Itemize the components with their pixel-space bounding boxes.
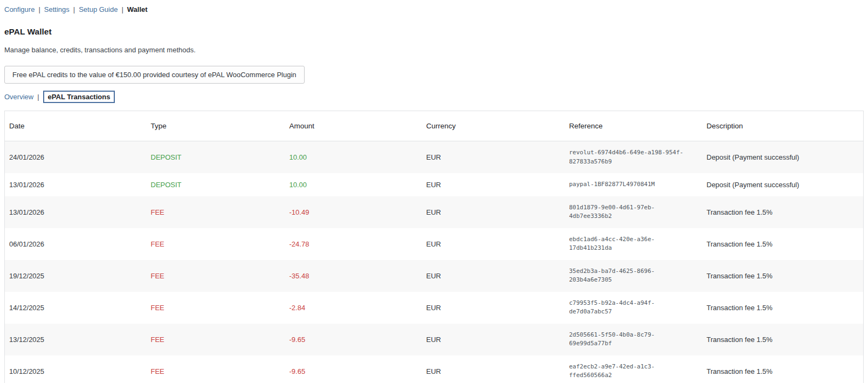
cell-currency: EUR [422,196,565,228]
cell-date: 06/01/2026 [5,228,147,260]
breadcrumb-separator: | [73,5,75,13]
cell-currency: EUR [422,173,565,196]
cell-date: 14/12/2025 [5,292,147,324]
cell-currency: EUR [422,260,565,292]
cell-reference: ebdc1ad6-a4cc-420e-a36e-17db41b231da [565,228,702,260]
cell-currency: EUR [422,141,565,174]
wallet-tabs: Overview | ePAL Transactions [4,91,864,103]
cell-description: Transaction fee 1.5% [702,260,864,292]
cell-date: 10/12/2025 [5,355,147,383]
cell-type: FEE [147,292,285,324]
cell-reference: 801d1879-9e00-4d61-97eb-4db7ee3336b2 [565,196,702,228]
cell-date: 13/01/2026 [5,196,147,228]
cell-description: Transaction fee 1.5% [702,355,864,383]
cell-amount: -35.48 [285,260,422,292]
cell-amount: -9.65 [285,355,422,383]
breadcrumb-link-setup-guide[interactable]: Setup Guide [79,5,118,13]
cell-amount: -2.84 [285,292,422,324]
table-row: 14/12/2025 FEE -2.84 EUR c79953f5-b92a-4… [5,292,864,324]
free-credits-notice: Free ePAL credits to the value of €150.0… [4,66,305,84]
table-row: 13/12/2025 FEE -9.65 EUR 2d505661-5f50-4… [5,324,864,355]
cell-description: Deposit (Payment successful) [702,141,864,174]
breadcrumb-link-settings[interactable]: Settings [44,5,70,13]
tab-overview[interactable]: Overview [4,93,33,101]
cell-reference: c79953f5-b92a-4dc4-a94f-de7d0a7abc57 [565,292,702,324]
cell-type: FEE [147,196,285,228]
column-header-date: Date [5,111,147,141]
cell-reference: eaf2ecb2-a9e7-42ed-a1c3-ffed560566a2 [565,355,702,383]
breadcrumb: Configure|Settings|Setup Guide|Wallet [4,5,864,13]
cell-type: FEE [147,260,285,292]
cell-type: FEE [147,324,285,355]
cell-amount: 10.00 [285,173,422,196]
cell-currency: EUR [422,292,565,324]
transactions-table: Date Type Amount Currency Reference Desc… [4,111,864,383]
cell-date: 19/12/2025 [5,260,147,292]
cell-reference: revolut-6974d4b6-649e-a198-954f-827833a5… [565,141,702,174]
cell-currency: EUR [422,324,565,355]
column-header-amount: Amount [285,111,422,141]
column-header-description: Description [702,111,864,141]
cell-amount: -9.65 [285,324,422,355]
column-header-type: Type [147,111,285,141]
cell-description: Transaction fee 1.5% [702,196,864,228]
tab-separator: | [37,93,39,101]
table-header: Date Type Amount Currency Reference Desc… [5,111,864,141]
table-row: 13/01/2026 FEE -10.49 EUR 801d1879-9e00-… [5,196,864,228]
cell-date: 24/01/2026 [5,141,147,174]
breadcrumb-link-configure[interactable]: Configure [4,5,35,13]
table-row: 06/01/2026 FEE -24.78 EUR ebdc1ad6-a4cc-… [5,228,864,260]
cell-type: FEE [147,355,285,383]
table-row: 10/12/2025 FEE -9.65 EUR eaf2ecb2-a9e7-4… [5,355,864,383]
cell-type: DEPOSIT [147,173,285,196]
table-row: 13/01/2026 DEPOSIT 10.00 EUR paypal-1BF8… [5,173,864,196]
cell-currency: EUR [422,355,565,383]
cell-amount: -24.78 [285,228,422,260]
transactions-body: 24/01/2026 DEPOSIT 10.00 EUR revolut-697… [5,141,864,383]
tab-epal-transactions[interactable]: ePAL Transactions [43,91,115,103]
column-header-reference: Reference [565,111,702,141]
cell-description: Transaction fee 1.5% [702,228,864,260]
cell-amount: 10.00 [285,141,422,174]
breadcrumb-current-wallet: Wallet [127,5,148,13]
cell-description: Deposit (Payment successful) [702,173,864,196]
page-title: ePAL Wallet [4,27,864,37]
cell-date: 13/01/2026 [5,173,147,196]
breadcrumb-separator: | [121,5,123,13]
cell-type: DEPOSIT [147,141,285,174]
column-header-currency: Currency [422,111,565,141]
cell-reference: 2d505661-5f50-4b0a-8c79-69e99d5a77bf [565,324,702,355]
cell-currency: EUR [422,228,565,260]
table-row: 19/12/2025 FEE -35.48 EUR 35ed2b3a-ba7d-… [5,260,864,292]
cell-description: Transaction fee 1.5% [702,324,864,355]
table-row: 24/01/2026 DEPOSIT 10.00 EUR revolut-697… [5,141,864,174]
cell-reference: paypal-1BF82877L4970841M [565,173,702,196]
cell-reference: 35ed2b3a-ba7d-4625-8696-203b4a6e7305 [565,260,702,292]
page-subtitle: Manage balance, credits, transactions an… [4,46,864,54]
cell-type: FEE [147,228,285,260]
cell-amount: -10.49 [285,196,422,228]
cell-description: Transaction fee 1.5% [702,292,864,324]
cell-date: 13/12/2025 [5,324,147,355]
breadcrumb-separator: | [38,5,40,13]
